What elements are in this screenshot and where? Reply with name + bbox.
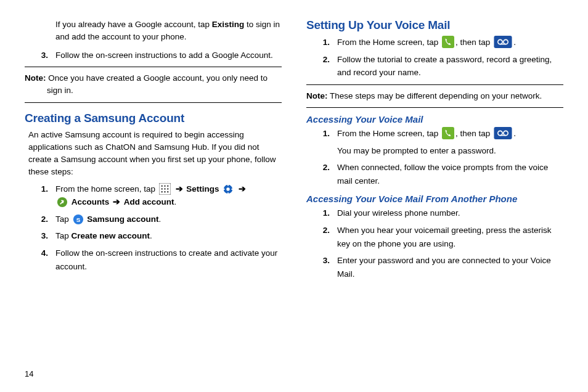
step-number: 2. [306, 53, 337, 80]
step-text: Dial your wireless phone number. [337, 206, 563, 220]
arrow-icon: ➔ [237, 184, 247, 194]
text: From the Home screen, tap [337, 129, 441, 138]
arrow-icon: ➔ [112, 197, 121, 206]
step-body: From the Home screen, tap , then tap . Y… [337, 127, 563, 157]
voicemail-icon [494, 127, 512, 139]
step-body: From the Home screen, tap , then tap . [337, 36, 563, 49]
create-new-label: Create new account [71, 231, 150, 240]
list-item: 1. From the Home screen, tap , then tap … [306, 36, 563, 49]
step-number: 2. [306, 224, 337, 250]
step-number: 4. [25, 247, 55, 273]
step-body: Tap Create new account. [55, 229, 282, 243]
heading-voice-mail: Setting Up Your Voice Mail [306, 18, 563, 32]
list-item: 2. Tap Samsung account. [25, 213, 282, 226]
gear-icon [223, 184, 234, 195]
step-number: 1. [25, 182, 55, 209]
text: Tap [55, 231, 71, 240]
samsung-intro: An active Samsung account is required to… [28, 129, 282, 179]
step-text: Follow the tutorial to create a password… [337, 53, 563, 80]
voicemail-icon [494, 36, 512, 48]
samsung-account-label: Samsung account [87, 214, 158, 224]
step-number: 3. [25, 49, 55, 62]
step-number: 3. [25, 229, 55, 243]
step-text: When connected, follow the voice prompts… [337, 161, 563, 187]
step-text: Enter your password and you are connecte… [337, 254, 563, 280]
step-text: When you hear your voicemail greeting, p… [337, 224, 563, 250]
text: You may be prompted to enter a password. [337, 146, 496, 155]
divider [25, 67, 282, 67]
divider [306, 107, 563, 108]
samsung-icon [73, 214, 84, 225]
right-column: Setting Up Your Voice Mail 1. From the H… [306, 18, 563, 284]
settings-label: Settings [186, 184, 219, 194]
note-label: Note: [306, 91, 328, 100]
apps-icon [159, 183, 171, 195]
heading-accessing-vm-other: Accessing Your Voice Mail From Another P… [306, 194, 563, 204]
divider [306, 84, 563, 85]
list-item: 4. Follow the on-screen instructions to … [25, 247, 282, 273]
note-text: Once you have created a Google account, … [46, 73, 268, 95]
left-column: If you already have a Google account, ta… [25, 18, 282, 284]
step-body: From the home screen, tap ➔ Settings ➔ A… [55, 182, 282, 209]
step-number: 1. [306, 127, 337, 157]
step-number: 2. [306, 161, 337, 187]
divider [25, 102, 282, 103]
step-body: Tap Samsung account. [55, 213, 282, 226]
step-number: 2. [25, 213, 55, 226]
list-item: 1. Dial your wireless phone number. [306, 206, 563, 220]
arrow-icon: ➔ [174, 184, 184, 194]
list-item: 1. From the Home screen, tap , then tap … [306, 127, 563, 157]
note: Note: These steps may be different depen… [306, 90, 563, 102]
heading-creating-samsung: Creating a Samsung Account [25, 112, 282, 125]
note: Note: Once you have created a Google acc… [25, 72, 282, 97]
note-text: These steps may be different depending o… [328, 91, 542, 100]
list-item: 3. Follow the on-screen instructions to … [25, 49, 282, 62]
list-item: 2. When you hear your voicemail greeting… [306, 224, 563, 250]
accounts-label: Accounts [71, 197, 110, 206]
list-item: 1. From the home screen, tap ➔ Settings … [25, 182, 282, 209]
existing-bold: Existing [212, 20, 245, 29]
step-text: Follow the on-screen instructions to cre… [55, 247, 282, 273]
phone-icon [442, 127, 454, 139]
add-account-label: Add account [124, 197, 174, 206]
google-existing-para: If you already have a Google account, ta… [25, 18, 282, 44]
text: Tap [55, 214, 71, 224]
page-number: 14 [25, 369, 33, 378]
text: , then tap [455, 38, 492, 47]
text: From the Home screen, tap [337, 38, 441, 47]
step-number: 1. [306, 36, 337, 49]
step-text: Follow the on-screen instructions to add… [55, 49, 282, 62]
list-item: 3. Tap Create new account. [25, 229, 282, 243]
list-item: 2. When connected, follow the voice prom… [306, 161, 563, 187]
step-number: 3. [306, 254, 337, 280]
text: , then tap [455, 129, 492, 138]
phone-icon [442, 36, 454, 48]
list-item: 3. Enter your password and you are conne… [306, 254, 563, 280]
note-label: Note: [25, 73, 46, 83]
heading-accessing-vm: Accessing Your Voice Mail [306, 114, 563, 125]
list-item: 2. Follow the tutorial to create a passw… [306, 53, 563, 80]
text: From the home screen, tap [55, 184, 158, 194]
accounts-icon [57, 197, 68, 208]
step-number: 1. [306, 206, 337, 220]
text: If you already have a Google account, ta… [55, 20, 212, 29]
